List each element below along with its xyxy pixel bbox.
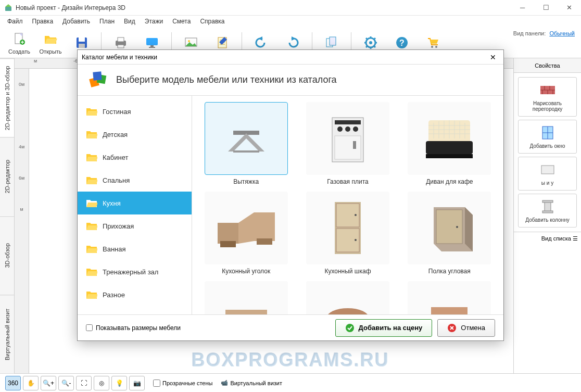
bt-pan[interactable]: ✋ <box>23 376 39 390</box>
item-label: Газовая плита <box>327 178 368 185</box>
svg-point-50 <box>456 226 458 228</box>
svg-rect-27 <box>542 200 553 203</box>
furniture-item[interactable] <box>198 281 294 314</box>
furniture-item[interactable]: Полка угловая <box>402 192 497 275</box>
furniture-item[interactable]: Диван для кафе <box>402 102 497 185</box>
rp-item-partial[interactable]: ы и у <box>518 157 577 191</box>
menu-edit[interactable]: Правка <box>28 17 58 26</box>
vtab-3d[interactable]: 3D-обзор <box>0 216 14 295</box>
item-label: Кухонный уголок <box>222 268 270 275</box>
furniture-item[interactable]: Кухонный уголок <box>198 192 294 275</box>
svg-rect-26 <box>545 201 551 212</box>
svg-rect-4 <box>79 37 85 42</box>
generic-icon <box>539 161 556 178</box>
vtab-2d[interactable]: 2D-редактор <box>0 137 14 216</box>
furniture-item[interactable] <box>300 281 395 314</box>
transparent-walls-check[interactable]: Прозрачные стены <box>153 380 212 387</box>
dialog-close-button[interactable]: ✕ <box>487 51 499 64</box>
bt-light[interactable]: 💡 <box>111 376 127 390</box>
svg-point-47 <box>355 214 357 216</box>
camera-icon: 📹 <box>221 380 228 386</box>
item-thumbnail <box>205 102 288 175</box>
svg-rect-41 <box>426 154 473 158</box>
category-item[interactable]: Кабинет <box>78 146 192 169</box>
item-thumbnail <box>306 102 389 175</box>
category-item[interactable]: Прихожая <box>78 214 192 237</box>
svg-rect-11 <box>149 47 155 48</box>
item-thumbnail <box>205 192 288 264</box>
rp-add-column[interactable]: Добавить колонну <box>518 194 577 227</box>
category-item[interactable]: Разное <box>78 283 192 306</box>
virtual-visit-check[interactable]: 📹Виртуальный визит <box>221 380 282 386</box>
save-icon <box>73 34 90 51</box>
create-button[interactable]: Создать <box>5 29 33 57</box>
view-panel-selector[interactable]: Вид панели: Обычный <box>513 30 575 36</box>
tab-properties[interactable]: Свойства <box>514 58 581 72</box>
svg-rect-51 <box>225 310 267 314</box>
item-thumbnail <box>408 281 491 314</box>
svg-point-18 <box>369 41 372 44</box>
item-thumbnail <box>408 192 491 264</box>
close-button[interactable]: ✕ <box>558 0 581 16</box>
bt-zoom-out[interactable]: 🔍- <box>58 376 74 390</box>
svg-rect-9 <box>146 38 158 45</box>
show-sizes-check[interactable]: Показывать размеры мебели <box>86 324 181 332</box>
svg-rect-39 <box>353 141 356 149</box>
cancel-button[interactable]: Отмена <box>437 319 495 337</box>
rp-add-window[interactable]: Добавить окно <box>518 120 577 154</box>
menu-view[interactable]: Вид <box>120 17 140 26</box>
category-item[interactable]: Кухня <box>78 192 192 214</box>
help-icon: ? <box>394 34 410 51</box>
furniture-item[interactable]: Газовая плита <box>300 102 395 185</box>
menu-add[interactable]: Добавить <box>58 17 94 26</box>
new-file-icon <box>11 31 28 47</box>
item-label: Кухонный шкаф <box>324 268 371 275</box>
category-item[interactable]: Спальня <box>78 169 192 192</box>
item-thumbnail <box>408 102 491 175</box>
maximize-button[interactable]: ☐ <box>534 0 558 16</box>
furniture-catalog-dialog: Каталог мебели и техники ✕ Выберите моде… <box>77 49 504 341</box>
menu-estimate[interactable]: Смета <box>168 17 195 26</box>
bt-screenshot[interactable]: 📷 <box>129 376 145 390</box>
category-item[interactable]: Детская <box>78 123 192 146</box>
item-thumbnail <box>306 281 389 314</box>
svg-rect-28 <box>542 211 553 213</box>
app-icon <box>4 4 12 12</box>
svg-rect-31 <box>93 71 102 80</box>
menu-file[interactable]: Файл <box>3 17 27 26</box>
minimize-button[interactable]: ─ <box>511 0 534 16</box>
menu-floors[interactable]: Этажи <box>141 17 167 26</box>
svg-point-52 <box>327 308 369 314</box>
category-item[interactable]: Ванная <box>78 237 192 260</box>
vtab-virtual[interactable]: Виртуальный визит <box>0 295 14 373</box>
menu-help[interactable]: Справка <box>196 17 229 26</box>
menubar: Файл Правка Добавить План Вид Этажи Смет… <box>0 16 581 27</box>
add-to-scene-button[interactable]: Добавить на сцену <box>335 319 433 337</box>
svg-rect-8 <box>118 45 124 48</box>
menu-plan[interactable]: План <box>95 17 119 26</box>
svg-point-13 <box>188 40 190 42</box>
svg-point-54 <box>346 324 354 332</box>
furniture-item[interactable]: Кухонный шкаф <box>300 192 395 275</box>
item-thumbnail <box>205 281 288 314</box>
open-button[interactable]: Открыть <box>36 29 65 57</box>
svg-point-36 <box>345 127 350 132</box>
rp-draw-partition[interactable]: Нарисовать перегородку <box>518 77 577 117</box>
furniture-item[interactable] <box>402 281 497 314</box>
category-item[interactable]: Тренажерный зал <box>78 260 192 283</box>
furniture-item[interactable]: Вытяжка <box>198 102 294 185</box>
svg-rect-49 <box>436 210 462 244</box>
bt-360[interactable]: 360 <box>5 376 21 390</box>
titlebar: Новый проект - Дизайн Интерьера 3D ─ ☐ ✕ <box>0 0 581 16</box>
bt-zoom-in[interactable]: 🔍+ <box>41 376 56 390</box>
bt-fit[interactable]: ⛶ <box>76 376 92 390</box>
svg-rect-38 <box>335 136 361 159</box>
svg-point-21 <box>431 46 433 48</box>
list-view-toggle[interactable]: Вид списка ☰ <box>514 232 581 245</box>
redo-icon <box>284 34 301 51</box>
vtab-2d3d[interactable]: 2D-редактор и 3D-обзор <box>0 58 14 137</box>
svg-point-48 <box>355 239 357 241</box>
bt-target[interactable]: ◎ <box>94 376 109 390</box>
category-item[interactable]: Гостиная <box>78 100 192 123</box>
item-label: Диван для кафе <box>426 178 473 185</box>
